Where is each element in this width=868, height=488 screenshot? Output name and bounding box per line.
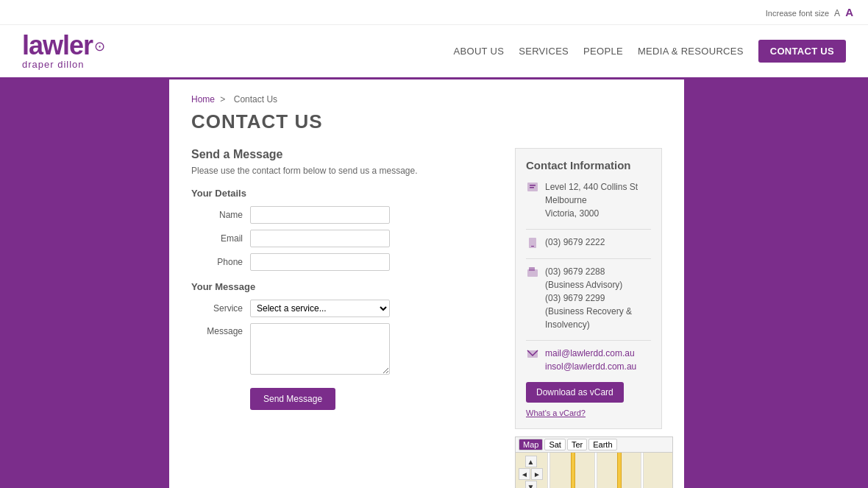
font-size-small[interactable]: A <box>834 8 840 18</box>
name-row: Name <box>191 206 500 224</box>
phone2-row: (03) 9679 2288 (Business Advisory) (03) … <box>526 265 651 331</box>
map-btn-sat[interactable]: Sat <box>544 439 566 450</box>
your-details-label: Your Details <box>191 188 500 199</box>
purple-left <box>0 79 169 488</box>
breadcrumb-home[interactable]: Home <box>191 94 215 105</box>
header: lawler⊙ draper dillon ABOUT US SERVICES … <box>0 25 868 79</box>
name-input[interactable] <box>250 206 390 224</box>
map-toolbar: Map Sat Ter Earth <box>516 437 672 453</box>
address-line1: Level 12, 440 Collins St <box>545 182 638 192</box>
nav-people[interactable]: PEOPLE <box>583 46 623 57</box>
fax-icon <box>526 266 539 279</box>
logo[interactable]: lawler⊙ draper dillon <box>22 32 105 70</box>
address-text: Level 12, 440 Collins St Melbourne Victo… <box>545 180 638 220</box>
form-column: Send a Message Please use the contact fo… <box>191 148 500 488</box>
map-btn-map[interactable]: Map <box>519 439 543 450</box>
map-nav-left[interactable]: ◄ <box>519 468 530 480</box>
main-content: Home > Contact Us CONTACT US Send a Mess… <box>169 79 684 488</box>
email1[interactable]: mail@lawlerdd.com.au <box>545 348 635 358</box>
phone3-number: (03) 9679 2299 <box>545 293 605 303</box>
address-line3: Victoria, 3000 <box>545 208 599 219</box>
map-nav-down[interactable]: ▼ <box>525 481 537 488</box>
map-btn-earth[interactable]: Earth <box>588 439 616 450</box>
breadcrumb-current: Contact Us <box>234 94 277 105</box>
breadcrumb-separator: > <box>220 94 225 105</box>
phone-label: Phone <box>191 257 243 267</box>
name-label: Name <box>191 210 243 220</box>
main-nav: ABOUT US SERVICES PEOPLE MEDIA & RESOURC… <box>454 40 846 63</box>
nav-media[interactable]: MEDIA & RESOURCES <box>638 46 744 57</box>
svg-rect-2 <box>530 187 534 188</box>
email-row: Email <box>191 230 500 247</box>
email-text: mail@lawlerdd.com.au insol@lawlerdd.com.… <box>545 347 636 373</box>
map-nav-up[interactable]: ▲ <box>525 456 537 467</box>
svg-rect-4 <box>531 246 534 247</box>
phone1-text: (03) 9679 2222 <box>545 236 605 249</box>
font-size-label: Increase font size <box>766 9 829 18</box>
message-textarea[interactable] <box>250 323 390 375</box>
top-bar: Increase font size A A <box>0 0 868 25</box>
address-row: Level 12, 440 Collins St Melbourne Victo… <box>526 180 651 220</box>
map-nav: ▲ ◄ ► ▼ + − <box>519 456 543 488</box>
phone-row: Phone <box>191 253 500 271</box>
phone2-text: (03) 9679 2288 (Business Advisory) (03) … <box>545 265 651 331</box>
email-label: Email <box>191 233 243 244</box>
contact-info: Contact Information Level 12, 440 Collin… <box>515 148 662 429</box>
contact-column: Contact Information Level 12, 440 Collin… <box>515 148 662 488</box>
service-label: Service <box>191 303 243 314</box>
your-message-label: Your Message <box>191 281 500 292</box>
address-line2: Melbourne <box>545 195 587 205</box>
send-button[interactable]: Send Message <box>250 388 335 410</box>
service-select[interactable]: Select a service... <box>250 300 390 317</box>
send-desc: Please use the contact form below to sen… <box>191 166 500 176</box>
nav-services[interactable]: SERVICES <box>519 46 569 57</box>
logo-sub: draper dillon <box>22 59 105 70</box>
font-size-large[interactable]: A <box>845 6 853 18</box>
logo-symbol: ⊙ <box>94 39 105 54</box>
address-icon <box>526 181 539 194</box>
email2[interactable]: insol@lawlerdd.com.au <box>545 361 636 372</box>
message-row: Message <box>191 323 500 375</box>
phone-icon <box>526 236 539 250</box>
send-heading: Send a Message <box>191 148 500 161</box>
email-icon <box>526 347 539 361</box>
vcard-button[interactable]: Download as vCard <box>526 382 624 403</box>
map-btn-ter[interactable]: Ter <box>567 439 587 450</box>
vcard-link[interactable]: What's a vCard? <box>526 409 586 417</box>
phone2-number: (03) 9679 2288 <box>545 266 605 277</box>
phone3-desc: (Business Recovery & Insolvency) <box>545 306 632 330</box>
page-wrapper: Home > Contact Us CONTACT US Send a Mess… <box>0 79 868 488</box>
email-row-contact: mail@lawlerdd.com.au insol@lawlerdd.com.… <box>526 347 651 373</box>
logo-text: lawler <box>22 30 93 60</box>
svg-rect-1 <box>530 185 536 186</box>
map-body[interactable]: Melbourne Southbank ▲ ◄ ► <box>516 453 672 488</box>
nav-contact[interactable]: CONTACT US <box>758 40 846 63</box>
content-columns: Send a Message Please use the contact fo… <box>191 148 662 488</box>
breadcrumb: Home > Contact Us <box>191 94 662 105</box>
svg-rect-6 <box>529 267 535 271</box>
message-label: Message <box>191 326 243 336</box>
nav-about[interactable]: ABOUT US <box>454 46 505 57</box>
email-input[interactable] <box>250 230 390 247</box>
phone1-row: (03) 9679 2222 <box>526 236 651 250</box>
phone2-desc1: (Business Advisory) <box>545 280 622 290</box>
map-nav-right[interactable]: ► <box>531 468 543 480</box>
service-row: Service Select a service... <box>191 300 500 317</box>
map-container: Map Sat Ter Earth <box>515 436 673 488</box>
phone-input[interactable] <box>250 253 390 271</box>
contact-info-title: Contact Information <box>526 159 651 171</box>
page-title: CONTACT US <box>191 110 662 133</box>
purple-right <box>684 79 868 488</box>
